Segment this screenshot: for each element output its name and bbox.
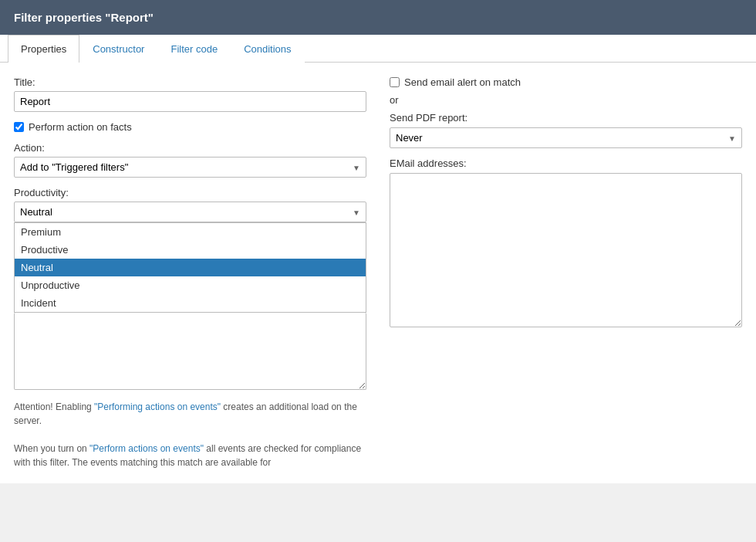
header-title: Filter properties "Report"	[14, 11, 154, 24]
productivity-label: Productivity:	[14, 187, 366, 198]
attention-link-2[interactable]: "Perform actions on events"	[89, 443, 204, 454]
attention-text-1: Attention! Enabling "Performing actions …	[14, 400, 366, 428]
tab-conditions[interactable]: Conditions	[231, 35, 304, 63]
tab-filter-code[interactable]: Filter code	[157, 35, 231, 63]
dropdown-item-unproductive[interactable]: Unproductive	[15, 276, 366, 294]
productivity-dropdown-list: Premium Productive Neutral Unproductive …	[14, 222, 366, 313]
tab-constructor[interactable]: Constructor	[79, 35, 157, 63]
tab-properties[interactable]: Properties	[8, 35, 79, 63]
email-addresses-label: EMail addresses:	[390, 158, 742, 169]
send-pdf-select[interactable]: Never Daily Weekly Monthly	[390, 127, 742, 148]
dropdown-item-productive[interactable]: Productive	[15, 241, 366, 259]
send-pdf-field-group: Send PDF report: Never Daily Weekly Mont…	[390, 112, 742, 148]
title-label: Title:	[14, 76, 366, 88]
left-panel: Title: Perform action on facts Action: A…	[14, 76, 366, 469]
email-addresses-textarea[interactable]	[390, 173, 742, 327]
perform-action-checkbox[interactable]	[14, 122, 24, 132]
action-label: Action:	[14, 142, 366, 154]
action-select-wrapper: Add to "Triggered filters"	[14, 157, 366, 178]
productivity-select[interactable]: Neutral	[14, 202, 366, 222]
perform-action-row: Perform action on facts	[14, 121, 366, 133]
page-header: Filter properties "Report"	[0, 0, 756, 35]
title-input[interactable]	[14, 91, 366, 112]
dropdown-item-neutral[interactable]: Neutral	[15, 259, 366, 276]
send-email-row: Send email alert on match	[390, 76, 742, 88]
attention-text-2: When you turn on "Perform actions on eve…	[14, 442, 366, 469]
productivity-select-wrapper: Neutral	[14, 202, 366, 222]
right-panel: Send email alert on match or Send PDF re…	[390, 76, 742, 469]
perform-action-label[interactable]: Perform action on facts	[29, 121, 132, 133]
send-pdf-label: Send PDF report:	[390, 112, 742, 124]
attention-link-1[interactable]: "Performing actions on events"	[94, 401, 221, 412]
dropdown-item-premium[interactable]: Premium	[15, 223, 366, 241]
attention-block: Attention! Enabling "Performing actions …	[14, 400, 366, 469]
dropdown-item-incident[interactable]: Incident	[15, 294, 366, 312]
or-text: or	[390, 94, 742, 106]
send-email-label[interactable]: Send email alert on match	[404, 76, 521, 88]
send-pdf-select-wrapper: Never Daily Weekly Monthly	[390, 127, 742, 148]
action-field-group: Action: Add to "Triggered filters"	[14, 142, 366, 178]
productivity-field-group: Productivity: Neutral Premium Productive…	[14, 187, 366, 392]
main-container: Properties Constructor Filter code Condi…	[0, 35, 756, 483]
title-field-group: Title:	[14, 76, 366, 112]
tab-bar: Properties Constructor Filter code Condi…	[0, 35, 756, 63]
productivity-textarea[interactable]	[14, 313, 366, 390]
send-email-checkbox[interactable]	[390, 77, 400, 87]
content-area: Title: Perform action on facts Action: A…	[0, 63, 756, 483]
email-addresses-field-group: EMail addresses:	[390, 158, 742, 330]
action-select[interactable]: Add to "Triggered filters"	[14, 157, 366, 178]
